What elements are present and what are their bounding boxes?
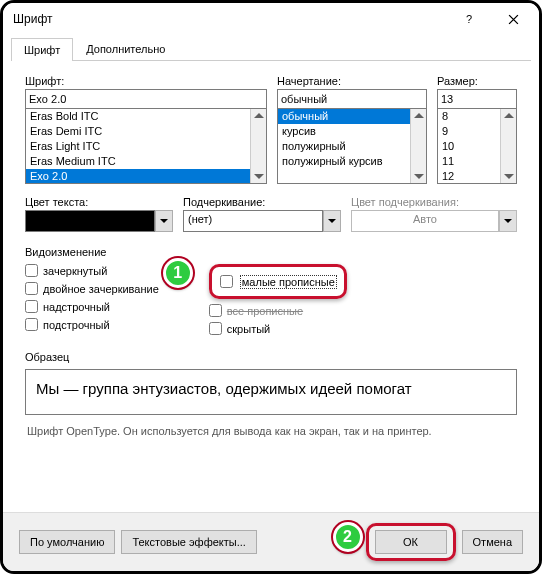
size-input[interactable] <box>437 89 517 109</box>
text-effects-button[interactable]: Текстовые эффекты... <box>121 530 257 554</box>
close-button[interactable] <box>491 5 535 33</box>
underline-value: (нет) <box>183 210 323 232</box>
chevron-down-icon <box>323 210 341 232</box>
size-label: Размер: <box>437 75 517 87</box>
checkbox-hidden[interactable]: скрытый <box>209 322 347 335</box>
list-item[interactable]: полужирный курсив <box>278 154 426 169</box>
checkbox-superscript[interactable]: надстрочный <box>25 300 159 313</box>
underline-color-value: Авто <box>351 210 499 232</box>
underline-color-label: Цвет подчеркивания: <box>351 196 517 208</box>
help-button[interactable]: ? <box>447 5 491 33</box>
default-button[interactable]: По умолчанию <box>19 530 115 554</box>
tab-bar: Шрифт Дополнительно <box>11 37 531 61</box>
color-swatch <box>25 210 155 232</box>
style-input[interactable] <box>277 89 427 109</box>
annotation-badge-1: 1 <box>163 258 193 288</box>
window-title: Шрифт <box>13 12 447 26</box>
highlight-small-caps: малые прописные <box>209 264 347 299</box>
footnote: Шрифт OpenType. Он используется для выво… <box>27 425 515 437</box>
font-input[interactable] <box>25 89 267 109</box>
list-item[interactable]: Eras Demi ITC <box>26 124 266 139</box>
preview-box: Мы — группа энтузиастов, одержимых идеей… <box>25 369 517 415</box>
scrollbar[interactable] <box>250 109 266 183</box>
chevron-down-icon <box>155 210 173 232</box>
checkbox-subscript[interactable]: подстрочный <box>25 318 159 331</box>
checkbox-small-caps[interactable] <box>220 275 233 288</box>
font-label: Шрифт: <box>25 75 267 87</box>
annotation-badge-2: 2 <box>333 522 363 552</box>
list-item[interactable]: обычный <box>278 109 426 124</box>
underline-color-dropdown: Авто <box>351 210 517 232</box>
text-color-dropdown[interactable] <box>25 210 173 232</box>
cancel-button[interactable]: Отмена <box>462 530 523 554</box>
checkbox-double-strike[interactable]: двойное зачеркивание <box>25 282 159 295</box>
preview-label: Образец <box>25 351 517 363</box>
list-item[interactable]: Eras Bold ITC <box>26 109 266 124</box>
scrollbar[interactable] <box>410 109 426 183</box>
titlebar: Шрифт ? <box>3 3 539 35</box>
scrollbar[interactable] <box>500 109 516 183</box>
close-icon <box>508 14 519 25</box>
underline-dropdown[interactable]: (нет) <box>183 210 341 232</box>
underline-label: Подчеркивание: <box>183 196 341 208</box>
list-item[interactable]: Exo 2.0 <box>26 169 266 184</box>
tab-advanced[interactable]: Дополнительно <box>73 37 178 60</box>
list-item[interactable]: Eras Light ITC <box>26 139 266 154</box>
highlight-ok: 2 ОК <box>366 523 456 561</box>
chevron-down-icon <box>499 210 517 232</box>
font-listbox[interactable]: Eras Bold ITC Eras Demi ITC Eras Light I… <box>25 108 267 184</box>
list-item[interactable]: курсив <box>278 124 426 139</box>
effects-label: Видоизменение <box>25 246 517 258</box>
size-listbox[interactable]: 8 9 10 11 12 <box>437 108 517 184</box>
tab-font[interactable]: Шрифт <box>11 38 73 61</box>
style-label: Начертание: <box>277 75 427 87</box>
checkbox-strike[interactable]: зачеркнутый <box>25 264 159 277</box>
text-color-label: Цвет текста: <box>25 196 173 208</box>
style-listbox[interactable]: обычный курсив полужирный полужирный кур… <box>277 108 427 184</box>
checkbox-all-caps[interactable]: все прописные <box>209 304 347 317</box>
ok-button[interactable]: ОК <box>375 530 447 554</box>
list-item[interactable]: полужирный <box>278 139 426 154</box>
list-item[interactable]: Eras Medium ITC <box>26 154 266 169</box>
dialog-footer: По умолчанию Текстовые эффекты... 2 ОК О… <box>3 512 539 571</box>
